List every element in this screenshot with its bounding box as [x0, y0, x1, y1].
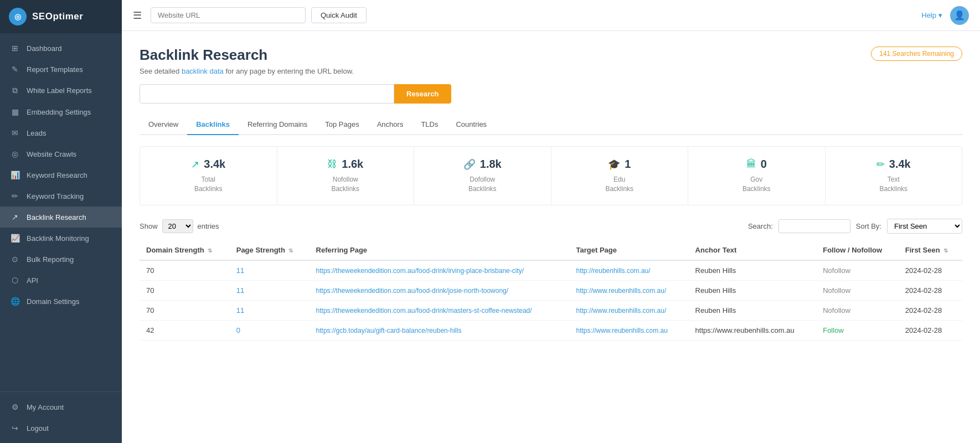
gov-backlinks-number: 0	[761, 158, 767, 171]
sidebar-label-keyword-tracking: Keyword Tracking	[27, 192, 84, 200]
tab-anchors[interactable]: Anchors	[368, 115, 412, 135]
sidebar-label-website-crawls: Website Crawls	[27, 150, 76, 158]
table-controls: Show 102050100 entries Search: Sort By: …	[140, 219, 962, 234]
sort-arrow-icon: ⇅	[943, 248, 948, 254]
stat-gov-backlinks: 🏛 0 GovBacklinks	[688, 147, 826, 205]
sidebar-item-website-crawls[interactable]: ◎ Website Crawls	[0, 143, 122, 164]
sidebar-item-dashboard[interactable]: ⊞ Dashboard	[0, 38, 122, 59]
anchor-text-cell: Reuben Hills	[689, 280, 817, 300]
sidebar-label-embedding: Embedding Settings	[27, 108, 91, 116]
target-page-link[interactable]: http://www.reubenhills.com.au/	[576, 307, 667, 315]
col-domain-strength[interactable]: Domain Strength ⇅	[140, 240, 230, 260]
table-search-input[interactable]	[778, 219, 850, 233]
stats-row: ↗ 3.4k TotalBacklinks ⛓ 1.6k NofollowBac…	[140, 146, 962, 205]
domain-strength-cell: 70	[140, 280, 230, 300]
show-label: Show	[140, 222, 158, 230]
sidebar-label-backlink-monitoring: Backlink Monitoring	[27, 234, 89, 243]
quick-audit-button[interactable]: Quick Audit	[311, 7, 367, 23]
page-strength-cell: 11	[230, 280, 310, 300]
tabs-row: OverviewBacklinksReferring DomainsTop Pa…	[140, 115, 962, 135]
sidebar-label-backlink-research: Backlink Research	[27, 213, 86, 222]
sidebar-item-keyword-research[interactable]: 📊 Keyword Research	[0, 164, 122, 186]
first-seen-cell: 2024-02-28	[899, 300, 962, 320]
sidebar-item-api[interactable]: ⬡ API	[0, 270, 122, 291]
anchor-text-cell: https://www.reubenhills.com.au	[689, 320, 817, 340]
page-title: Backlink Research	[140, 47, 267, 64]
edu-backlinks-icon: 🎓	[608, 158, 620, 171]
edu-backlinks-label: EduBacklinks	[560, 175, 679, 194]
anchor-text-cell: Reuben Hills	[689, 260, 817, 281]
page-strength-link[interactable]: 11	[236, 286, 244, 295]
referring-page-link[interactable]: https://theweekendedition.com.au/food-dr…	[316, 287, 509, 295]
sidebar-label-logout: Logout	[27, 424, 49, 432]
referring-page-cell: https://theweekendedition.com.au/food-dr…	[310, 280, 570, 300]
white-label-icon: ⧉	[10, 86, 20, 95]
sidebar-item-backlink-monitoring[interactable]: 📈 Backlink Monitoring	[0, 228, 122, 249]
referring-page-link[interactable]: https://theweekendedition.com.au/food-dr…	[316, 307, 532, 315]
research-button[interactable]: Research	[394, 84, 451, 104]
anchor-text-cell: Reuben Hills	[689, 300, 817, 320]
sidebar-item-white-label[interactable]: ⧉ White Label Reports	[0, 80, 122, 101]
content-area: Backlink Research 141 Searches Remaining…	[122, 31, 980, 443]
tab-backlinks[interactable]: Backlinks	[187, 115, 239, 135]
target-page-link[interactable]: http://reubenhills.com.au/	[576, 267, 651, 275]
col-first-seen[interactable]: First Seen ⇅	[899, 240, 962, 260]
backlink-link[interactable]: backlink data	[182, 67, 224, 75]
first-seen-cell: 2024-02-28	[899, 260, 962, 281]
entries-select[interactable]: 102050100	[162, 219, 193, 233]
text-backlinks-icon: ✏	[876, 158, 885, 171]
sidebar-item-keyword-tracking[interactable]: ✏ Keyword Tracking	[0, 186, 122, 207]
sidebar-item-embedding[interactable]: ▦ Embedding Settings	[0, 101, 122, 122]
target-page-link[interactable]: https://www.reubenhills.com.au	[576, 327, 668, 334]
sidebar-nav: ⊞ Dashboard✎ Report Templates⧉ White Lab…	[0, 33, 122, 392]
bulk-reporting-icon: ⊙	[10, 255, 20, 264]
tab-overview[interactable]: Overview	[140, 115, 187, 135]
total-backlinks-label: TotalBacklinks	[149, 175, 268, 194]
sidebar-label-dashboard: Dashboard	[27, 44, 62, 53]
sidebar-logo[interactable]: ◎ SEOptimer	[0, 0, 122, 33]
help-button[interactable]: Help ▾	[921, 11, 942, 19]
table-body: 70 11 https://theweekendedition.com.au/f…	[140, 260, 962, 341]
tab-tlds[interactable]: TLDs	[412, 115, 447, 135]
user-avatar[interactable]: 👤	[950, 6, 969, 25]
total-backlinks-icon: ↗	[191, 158, 199, 171]
col-page-strength[interactable]: Page Strength ⇅	[230, 240, 310, 260]
tab-referring-domains[interactable]: Referring Domains	[239, 115, 316, 135]
tab-top-pages[interactable]: Top Pages	[316, 115, 368, 135]
sidebar-item-report-templates[interactable]: ✎ Report Templates	[0, 59, 122, 80]
dofollow-backlinks-label: DofollowBacklinks	[423, 175, 542, 194]
target-page-link[interactable]: http://www.reubenhills.com.au/	[576, 287, 667, 295]
dashboard-icon: ⊞	[10, 44, 20, 53]
entries-label: entries	[198, 222, 219, 230]
follow-nofollow-cell: Nofollow	[816, 300, 899, 320]
website-url-input[interactable]	[151, 7, 306, 23]
page-strength-link[interactable]: 11	[236, 266, 244, 275]
sidebar-label-white-label: White Label Reports	[27, 86, 92, 95]
stat-dofollow-backlinks: 🔗 1.8k DofollowBacklinks	[414, 147, 551, 205]
sidebar-label-bulk-reporting: Bulk Reporting	[27, 255, 74, 264]
sidebar-item-backlink-research[interactable]: ↗ Backlink Research	[0, 207, 122, 228]
keyword-research-icon: 📊	[10, 171, 20, 179]
sort-select[interactable]: First SeenDomain StrengthPage Strength	[887, 219, 962, 234]
topbar: ☰ Quick Audit Help ▾ 👤	[122, 0, 980, 31]
referring-page-cell: https://theweekendedition.com.au/food-dr…	[310, 300, 570, 320]
tab-countries[interactable]: Countries	[447, 115, 496, 135]
sidebar-item-my-account[interactable]: ⚙ My Account	[0, 396, 122, 418]
page-subtitle: See detailed backlink data for any page …	[140, 67, 962, 75]
backlink-research-icon: ↗	[10, 213, 20, 222]
page-strength-cell: 11	[230, 260, 310, 281]
edu-backlinks-number: 1	[625, 158, 631, 171]
sidebar-item-domain-settings[interactable]: 🌐 Domain Settings	[0, 291, 122, 312]
sidebar-item-bulk-reporting[interactable]: ⊙ Bulk Reporting	[0, 249, 122, 270]
hamburger-icon[interactable]: ☰	[133, 9, 142, 22]
url-research-input[interactable]: https://www.reubenhills.com.au/	[140, 84, 394, 104]
page-strength-link[interactable]: 11	[236, 306, 244, 315]
col-anchor-text: Anchor Text	[689, 240, 817, 260]
referring-page-link[interactable]: https://theweekendedition.com.au/food-dr…	[316, 267, 524, 275]
page-strength-link[interactable]: 0	[236, 326, 240, 334]
referring-page-link[interactable]: https://gcb.today/au/gift-card-balance/r…	[316, 327, 462, 334]
follow-nofollow-cell: Nofollow	[816, 260, 899, 281]
website-crawls-icon: ◎	[10, 150, 20, 158]
sidebar-item-leads[interactable]: ✉ Leads	[0, 122, 122, 143]
sidebar-item-logout[interactable]: ↪ Logout	[0, 418, 122, 439]
